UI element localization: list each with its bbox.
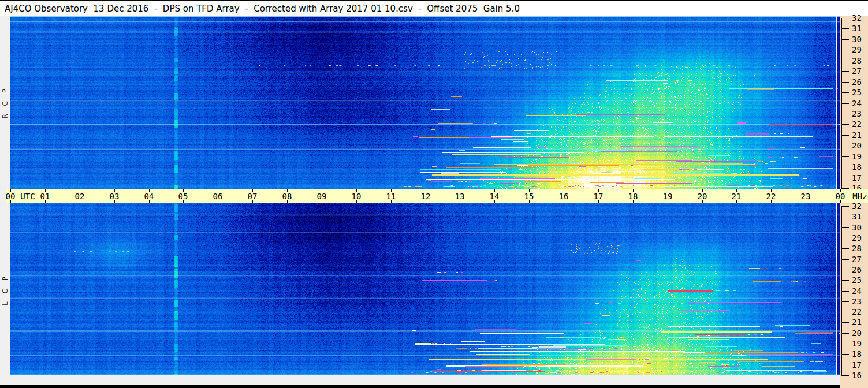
hour-label: 23: [801, 192, 811, 201]
hour-label: 08: [282, 192, 292, 201]
freq-tick: [841, 39, 849, 40]
hour-label: 09: [317, 192, 327, 201]
hour-label: 01: [40, 192, 50, 201]
freq-tick-label: 31: [852, 212, 867, 221]
observation-title: AJ4CO Observatory 13 Dec 2016 - DPS on T…: [0, 3, 520, 14]
freq-tick-label: 25: [852, 276, 867, 285]
hour-label: 10: [352, 192, 362, 201]
freq-tick: [841, 82, 849, 83]
freq-tick: [841, 92, 849, 93]
time-axis: UTC MHz 00010203040506070809101112131415…: [6, 189, 868, 203]
freq-tick: [841, 375, 849, 376]
freq-tick: [841, 206, 849, 207]
hour-label: 06: [213, 192, 223, 201]
hour-label: 00: [836, 192, 845, 201]
rcp-label-text: R C P: [1, 86, 9, 119]
freq-tick: [841, 135, 849, 136]
freq-tick: [841, 18, 849, 18]
freq-tick: [841, 344, 849, 344]
freq-tick-label: 16: [852, 371, 867, 380]
freq-tick-label: 28: [852, 244, 867, 253]
freq-tick: [841, 50, 849, 50]
hour-label: 22: [766, 192, 776, 201]
freq-tick-label: 23: [852, 110, 867, 118]
freq-tick-label: 17: [852, 361, 867, 370]
freq-tick-label: 29: [852, 234, 867, 242]
hour-label: 05: [178, 192, 188, 201]
hour-label: 07: [248, 192, 258, 201]
freq-tick: [841, 146, 849, 146]
freq-tick: [841, 178, 849, 178]
freq-tick-label: 24: [852, 287, 867, 296]
freq-tick: [841, 365, 849, 365]
freq-tick: [841, 167, 849, 167]
freq-tick: [841, 61, 849, 61]
hour-label: 11: [386, 192, 396, 201]
freq-tick: [841, 354, 849, 355]
freq-tick-label: 21: [852, 318, 867, 327]
freq-tick-label: 23: [852, 297, 867, 306]
freq-tick-label: 25: [852, 88, 867, 97]
freq-tick: [841, 28, 849, 29]
spectrograph-page: AJ4CO Observatory 13 Dec 2016 - DPS on T…: [0, 0, 868, 388]
lcp-spectrogram-heatmap: [10, 203, 840, 375]
hour-label: 02: [75, 192, 85, 201]
hour-label: 13: [455, 192, 465, 201]
freq-tick: [841, 333, 849, 334]
polarization-label-lcp: L C P: [0, 203, 10, 375]
hour-label: 20: [698, 192, 707, 201]
freq-tick: [841, 301, 849, 302]
lcp-label-text: L C P: [1, 274, 9, 305]
freq-tick: [841, 71, 849, 72]
utc-unit-label: UTC: [20, 192, 35, 201]
freq-tick: [841, 280, 849, 281]
hour-label: 00: [6, 192, 16, 201]
freq-tick: [841, 114, 849, 114]
freq-tick-label: 20: [852, 141, 867, 150]
freq-tick-label: 19: [852, 152, 867, 161]
hour-label: 21: [732, 192, 742, 201]
hour-label: 12: [421, 192, 431, 201]
freq-tick-label: 20: [852, 329, 867, 338]
freq-tick: [841, 103, 849, 104]
freq-tick: [841, 217, 849, 217]
freq-tick: [841, 156, 849, 157]
freq-tick: [841, 248, 849, 249]
freq-tick: [841, 291, 849, 292]
freq-tick-label: 27: [852, 67, 867, 76]
freq-tick-label: 17: [852, 174, 867, 182]
hour-label: 14: [490, 192, 500, 201]
freq-tick-label: 30: [852, 35, 867, 44]
freq-tick-label: 21: [852, 131, 867, 140]
hour-label: 17: [594, 192, 603, 201]
freq-tick-label: 18: [852, 163, 867, 171]
title-bar: AJ4CO Observatory 13 Dec 2016 - DPS on T…: [0, 0, 868, 16]
freq-tick: [841, 312, 849, 312]
freq-tick-label: 18: [852, 350, 867, 359]
freq-tick-label: 22: [852, 120, 867, 129]
freq-tick-label: 28: [852, 57, 867, 65]
rcp-spectrogram-heatmap: [10, 16, 840, 189]
polarization-label-rcp: R C P: [0, 16, 10, 189]
freq-tick-label: 26: [852, 78, 867, 87]
hour-label: 04: [144, 192, 154, 201]
freq-tick-label: 32: [852, 14, 867, 23]
freq-tick: [841, 238, 849, 238]
freq-tick-label: 27: [852, 255, 867, 264]
freq-tick: [841, 124, 849, 125]
bottom-border-bar: [0, 385, 840, 388]
freq-tick-label: 19: [852, 339, 867, 348]
hour-label: 16: [559, 192, 569, 201]
mhz-unit-label: MHz: [852, 192, 867, 201]
freq-tick: [841, 270, 849, 270]
hour-label: 19: [663, 192, 673, 201]
hour-label: 15: [524, 192, 534, 201]
freq-tick: [841, 227, 849, 228]
freq-tick-label: 24: [852, 99, 867, 108]
freq-tick-label: 22: [852, 308, 867, 316]
freq-tick-label: 30: [852, 223, 867, 232]
freq-tick-label: 26: [852, 266, 867, 274]
bottom-margin: [0, 375, 840, 385]
hour-label: 18: [628, 192, 638, 201]
freq-tick-label: 32: [852, 202, 867, 211]
